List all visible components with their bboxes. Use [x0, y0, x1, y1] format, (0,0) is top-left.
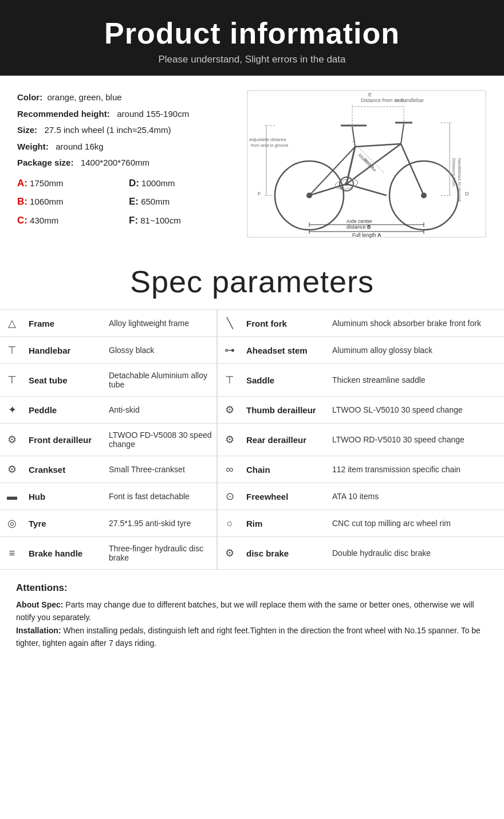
spec-icon2-0: ╲ [218, 310, 239, 337]
spec-icon-2: ⊤ [0, 364, 22, 397]
height-line: Recommended height: around 155-190cm [17, 106, 235, 123]
dim-item-a: A: 1750mm [17, 175, 123, 193]
size-label: Size: [17, 125, 37, 135]
product-info-section: Color: orange, green, blue Recommended h… [0, 76, 504, 246]
attentions-section: Attentions: About Spec: Parts may change… [0, 570, 504, 666]
svg-line-14 [401, 124, 404, 144]
spec-value-1: Glossy black [102, 337, 216, 364]
spec-value2-4: LTWOO RD-V5010 30 speed change [325, 424, 504, 456]
bike-diagram: Distance from seat E to handlebar Distan… [246, 89, 487, 241]
about-spec-para: About Spec: Parts may change due to diff… [16, 598, 488, 624]
size-line: Size: 27.5 inch wheel (1 inch≈25.4mm) [17, 122, 235, 139]
svg-text:to handlebar: to handlebar [395, 97, 424, 103]
spec-value-5: Small Three-crankset [102, 456, 216, 483]
spec-name-3: Peddle [22, 397, 102, 424]
installation-bold: Installation: [16, 626, 61, 635]
spec-value-8: Three-finger hydraulic disc brake [102, 537, 216, 570]
spec-icon-0: △ [0, 310, 22, 337]
svg-text:handlebars to ground: handlebars to ground [457, 158, 462, 202]
spec-parameters-section: Spec parameters [0, 246, 504, 309]
spec-icon-6: ▬ [0, 483, 22, 510]
spec-value-6: Font is fast detachable [102, 483, 216, 510]
size-value: 27.5 inch wheel (1 inch≈25.4mm) [45, 125, 171, 135]
spec-row-1: ⊤ Handlebar Glossy black ⊶ Aheadset stem… [0, 337, 504, 364]
spec-value2-8: Double hydraulic disc brake [325, 537, 504, 570]
spec-value-2: Detachable Aluminium alloy tube [102, 364, 216, 397]
spec-name2-5: Chain [239, 456, 325, 483]
weight-line: Weight: around 16kg [17, 139, 235, 155]
spec-icon-1: ⊤ [0, 337, 22, 364]
about-spec-bold: About Spec: [16, 600, 63, 609]
dim-item-b: B: 1060mm [17, 193, 123, 211]
color-label: Color: [17, 92, 42, 102]
spec-name-6: Hub [22, 483, 102, 510]
attentions-title: Attentions: [16, 582, 488, 594]
spec-row-7: ◎ Tyre 27.5*1.95 anti-skid tyre ○ Rim CN… [0, 510, 504, 537]
spec-name-1: Handlebar [22, 337, 102, 364]
spec-value-0: Alloy lightweight frame [102, 310, 216, 337]
about-spec-text: Parts may change due to different batche… [16, 600, 474, 622]
package-value: 1400*200*760mm [81, 158, 149, 167]
spec-row-4: ⚙ Front derailleur LTWOO FD-V5008 30 spe… [0, 424, 504, 456]
dim-letter: A: [17, 178, 27, 189]
spec-value2-1: Aluminum alloy glossy black [325, 337, 504, 364]
spec-name-4: Front derailleur [22, 424, 102, 456]
spec-icon2-8: ⚙ [218, 537, 239, 570]
spec-name-7: Tyre [22, 510, 102, 537]
spec-value2-3: LTWOO SL-V5010 30 speed change [325, 397, 504, 424]
spec-name2-7: Rim [239, 510, 325, 537]
spec-icon2-6: ⊙ [218, 483, 239, 510]
dim-letter: F: [129, 215, 138, 226]
svg-text:Axle center: Axle center [346, 218, 372, 224]
svg-text:Adjustable distance: Adjustable distance [249, 137, 286, 142]
spec-name2-4: Rear derailleur [239, 424, 325, 456]
spec-icon-8: ≡ [0, 537, 22, 570]
dim-letter: C: [17, 215, 27, 226]
color-value: orange, green, blue [48, 92, 122, 102]
spec-icon-3: ✦ [0, 397, 22, 424]
svg-line-10 [401, 144, 424, 195]
dim-item-f: F: 81~100cm [129, 212, 235, 230]
height-label: Recommended height: [17, 109, 110, 119]
spec-value2-6: ATA 10 items [325, 483, 504, 510]
svg-text:D: D [465, 191, 469, 197]
spec-name2-1: Aheadset stem [239, 337, 325, 364]
spec-name-2: Seat tube [22, 364, 102, 397]
spec-name2-0: Front fork [239, 310, 325, 337]
spec-row-8: ≡ Brake handle Three-finger hydraulic di… [0, 537, 504, 570]
spec-table: △ Frame Alloy lightweight frame ╲ Front … [0, 309, 504, 570]
svg-text:distance B: distance B [346, 224, 371, 230]
dim-letter: D: [129, 178, 139, 189]
spec-name-5: Crankset [22, 456, 102, 483]
spec-value2-2: Thicken streamline saddle [325, 364, 504, 397]
spec-icon2-3: ⚙ [218, 397, 239, 424]
spec-value-4: LTWOO FD-V5008 30 speed change [102, 424, 216, 456]
dim-letter: E: [129, 196, 139, 207]
svg-text:Full length A: Full length A [352, 232, 381, 238]
svg-text:F: F [258, 191, 261, 197]
dim-item-e: E: 650mm [129, 193, 235, 211]
spec-value2-7: CNC cut top milling arc wheel rim [325, 510, 504, 537]
installation-para: Installation: When installing pedals, di… [16, 624, 488, 650]
color-line: Color: orange, green, blue [17, 89, 235, 106]
spec-row-3: ✦ Peddle Anti-skid ⚙ Thumb derailleur LT… [0, 397, 504, 424]
spec-title-text: Spec parameters [0, 264, 504, 299]
spec-value2-5: 112 item transmission specific chain [325, 456, 504, 483]
spec-icon-7: ◎ [0, 510, 22, 537]
spec-icon2-1: ⊶ [218, 337, 239, 364]
package-line: Package size: 1400*200*760mm [17, 155, 235, 171]
height-value: around 155-190cm [117, 109, 189, 119]
spec-row-6: ▬ Hub Font is fast detachable ⊙ Freewhee… [0, 483, 504, 510]
package-label: Package size: [17, 158, 73, 167]
page-subtitle: Please understand, Slight errors in the … [11, 54, 493, 65]
spec-name2-8: disc brake [239, 537, 325, 570]
spec-row-0: △ Frame Alloy lightweight frame ╲ Front … [0, 310, 504, 337]
spec-name2-6: Freewheel [239, 483, 325, 510]
spec-icon2-4: ⚙ [218, 424, 239, 456]
product-text: Color: orange, green, blue Recommended h… [17, 89, 235, 241]
installation-text: When installing pedals, distinguish left… [16, 626, 481, 648]
spec-icon-5: ⚙ [0, 456, 22, 483]
spec-value-7: 27.5*1.95 anti-skid tyre [102, 510, 216, 537]
svg-text:from seat to ground: from seat to ground [251, 143, 288, 148]
spec-name2-3: Thumb derailleur [239, 397, 325, 424]
